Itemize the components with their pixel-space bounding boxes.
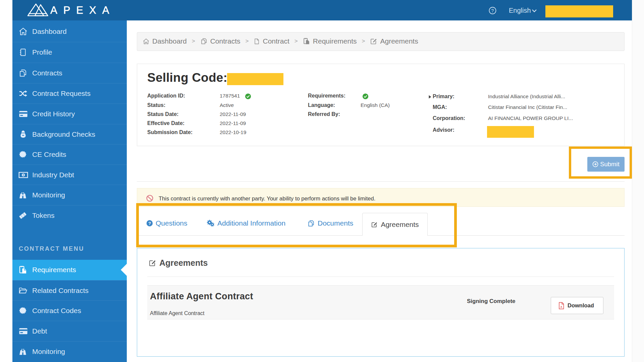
svg-text:?: ? xyxy=(491,8,494,13)
svg-text:A: A xyxy=(560,305,562,308)
